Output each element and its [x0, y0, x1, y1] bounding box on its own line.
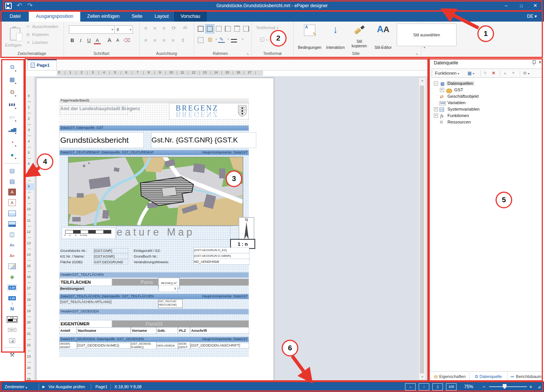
shrink-font-button[interactable]: A [114, 38, 121, 42]
tree-item-funktionen[interactable]: + fx Funktionen [430, 113, 544, 119]
owner-column[interactable]: Vorname [131, 328, 156, 333]
style-editor-button[interactable]: AAStil-Editor [371, 23, 395, 50]
border-inside-icon[interactable] [196, 36, 205, 45]
font-color-button[interactable]: A [94, 37, 101, 44]
image-icon[interactable] [4, 262, 20, 271]
tree-label[interactable]: Funktionen [446, 113, 470, 118]
line-spacing-icon[interactable]: ⇕ [179, 37, 186, 43]
border-none-icon[interactable] [214, 24, 223, 33]
scroll-up-icon[interactable]: ▲ [419, 79, 426, 82]
tab-vorschau[interactable]: Vorschau [174, 11, 207, 22]
band-pageheader[interactable]: PageHeaderBand1 [59, 98, 249, 103]
tree-item-systemvariablen[interactable]: + Σ# Systemvariablen [430, 106, 544, 113]
tab-zellen-einfuegen[interactable]: Zellen einfügen [83, 11, 123, 22]
flyout-arrow-icon[interactable]: ▸ [15, 157, 17, 160]
clear-format-icon[interactable]: ⌫ [123, 37, 130, 43]
field-value[interactable]: {GST.GNR} [94, 248, 128, 253]
owner-column[interactable]: Anschrift [190, 328, 249, 333]
units-selector[interactable]: Zentimeter ▴ [5, 381, 27, 392]
edit-icon[interactable]: ✎ [483, 69, 487, 77]
tree-label[interactable]: Systemvariablen [446, 107, 481, 111]
conditions-button[interactable]: ABedingungen [297, 23, 322, 50]
owner-column[interactable]: Geb. Datum [157, 328, 178, 333]
tab-datenquelle[interactable]: ⧉Datenquelle [469, 372, 508, 382]
align-center-icon[interactable]: ≡ [151, 37, 158, 43]
textformat-icon[interactable]: ◱ ▾ [260, 36, 268, 42]
shape-icon[interactable]: ◇○ [4, 112, 20, 122]
map-caption-text[interactable]: eature Map [117, 226, 230, 239]
font-family-select[interactable]: ▾ [69, 25, 115, 34]
functions-dropdown[interactable]: Funktionen ▾ [435, 69, 459, 77]
owner-column[interactable]: PLZ [178, 328, 190, 333]
tree-label[interactable]: Variablen [446, 100, 467, 105]
tree-label[interactable]: Ressourcen [446, 120, 472, 124]
flyout-arrow-icon[interactable]: ▸ [15, 132, 17, 135]
gear-icon[interactable]: ⚙ ▾ [523, 69, 530, 77]
band-datagst[interactable]: DataGST; Datenquelle: GST [59, 125, 249, 130]
copy-button[interactable]: ⧉Kopieren [26, 32, 49, 37]
flyout-arrow-icon[interactable]: ▸ [15, 82, 17, 85]
expand-icon[interactable]: + [440, 88, 444, 92]
gauge-icon[interactable]: ◔ [4, 137, 20, 147]
owner-column[interactable]: Anteil [59, 328, 76, 333]
owner-cell[interactable]: {GST_GEOEIGEN.NAME1} [77, 343, 130, 348]
italic-button[interactable]: I [77, 37, 84, 44]
flyout-arrow-icon[interactable]: ▸ [15, 144, 17, 147]
chart-icon[interactable]: ▂▅▇ [4, 125, 20, 134]
flyout-arrow-icon[interactable]: ▸ [15, 94, 17, 97]
border-pen-icon[interactable]: ✎ [218, 36, 225, 43]
page-tab[interactable]: Page1 [27, 59, 57, 70]
rotate-icon[interactable]: ⟳ [170, 25, 177, 31]
border-all-icon[interactable] [196, 24, 205, 33]
text-callout-icon[interactable]: TEXT [4, 325, 20, 334]
zoom-out-button[interactable]: − [482, 381, 485, 392]
owner-column[interactable]: Nachname [77, 328, 130, 333]
scroll-down-icon[interactable]: ▼ [419, 375, 426, 379]
style-gallery[interactable]: Stil auswählen [397, 23, 457, 46]
feature-map-image[interactable] [68, 157, 243, 226]
align-right-icon[interactable]: ≡ [161, 37, 167, 43]
tree-label[interactable]: Datenquellen [446, 81, 474, 86]
band-header-teilflaechen[interactable]: HeaderGST_TEILFLÄCHEN [59, 272, 249, 277]
tab-eigenschaften[interactable]: ▤Eigenschaften [430, 372, 470, 382]
close-button[interactable]: ✕ [528, 0, 542, 11]
teilflaechen-title[interactable]: TEILFLÄCHEN [59, 279, 112, 286]
zoom-slider-thumb[interactable] [503, 384, 507, 389]
band-data-teilflaechen[interactable]: DataGST_TEILFLÄCHEN; Datenquelle: GST_TE… [59, 294, 249, 299]
pin-icon[interactable] [532, 60, 535, 66]
fit-height-button[interactable]: ↕ [419, 383, 429, 390]
border-outside-icon[interactable] [205, 24, 214, 33]
language-selector[interactable]: DE ▾ [527, 11, 537, 22]
owner-cell[interactable]: GEN.GEBDA [157, 343, 178, 348]
new-item-icon[interactable]: ▩ ▾ [468, 69, 474, 77]
gst-number-text[interactable]: Gst.Nr. {GST.GNR} {GST.K [151, 133, 256, 148]
font-size-select[interactable]: 8▾ [114, 25, 133, 34]
style-gallery-expand-icon[interactable]: ▾ [424, 46, 425, 49]
scalebar-icon[interactable]: 0 60 [4, 315, 20, 324]
band-data-geoeigen[interactable]: DataGST_GEOEIGEN; Datenquelle: GST_GEOEI… [59, 337, 249, 342]
align-left-icon[interactable]: ≡ [142, 37, 149, 43]
office-text[interactable]: Amt der Landeshauptstadt Bregenz [60, 106, 128, 114]
globe-icon[interactable]: ● [4, 150, 20, 159]
richtext-icon[interactable]: A [4, 187, 20, 197]
tree-item-datenquellen[interactable]: − ▦ Datenquellen [430, 81, 544, 87]
scale-ratio-icon[interactable]: 1:10 [4, 283, 20, 292]
move-down-icon[interactable]: ▼ [511, 69, 515, 77]
owner-cell[interactable]: GEOEI (GEN.P [178, 342, 190, 349]
vertical-scrollbar[interactable]: ▲ ▼ [419, 78, 426, 380]
tab-ausgangsposition[interactable]: Ausgangsposition [29, 11, 80, 22]
report-page[interactable]: PageHeaderBand1 Amt der Landeshauptstadt… [36, 78, 274, 381]
usage-value[interactable]: 7 [159, 286, 177, 292]
barcode-icon[interactable]: ▮▮▮ [4, 100, 20, 109]
border-left-icon[interactable] [223, 24, 232, 33]
underline-button[interactable]: U [86, 37, 92, 43]
flyout-arrow-icon[interactable]: ▸ [15, 107, 17, 110]
north-arrow-icon[interactable]: N [4, 304, 20, 313]
field-value[interactable]: {GST.KGNR} [94, 254, 128, 258]
delete-icon[interactable]: ✕ [492, 69, 496, 77]
zoom-slider-track[interactable] [489, 386, 527, 387]
tab-seite[interactable]: Seite [126, 11, 148, 22]
delete-button[interactable]: ✕Löschen [26, 40, 48, 45]
tree-label[interactable]: GST [453, 87, 465, 92]
text-block-icon[interactable]: ▤ [4, 177, 20, 186]
